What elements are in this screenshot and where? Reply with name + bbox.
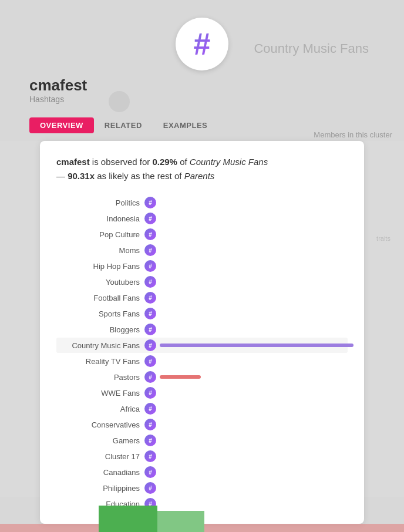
hash-badge[interactable]: # — [144, 482, 156, 494]
chart-row: WWE Fans # — [56, 385, 348, 400]
hash-badge[interactable]: # — [144, 260, 156, 272]
bottom-green-dark-bar — [99, 506, 157, 532]
chart-row: Bloggers # — [56, 322, 348, 337]
row-label: Cluster 17 — [56, 452, 144, 461]
chart-row: Reality TV Fans # — [56, 353, 348, 369]
header-area: # — [0, 0, 404, 135]
hash-icon: # — [194, 26, 211, 62]
pastors-bar — [160, 375, 201, 379]
bar-area — [160, 419, 348, 430]
hash-badge[interactable]: # — [144, 435, 156, 446]
bar-area-main — [160, 340, 354, 351]
chart-row: Moms # — [56, 243, 348, 258]
tab-related[interactable]: RELATED — [94, 117, 153, 133]
audience: Country Music Fans — [190, 157, 268, 167]
hash-badge[interactable]: # — [144, 197, 156, 208]
row-label: Conservatives — [56, 420, 144, 429]
chart-container: Politics # Indonesia # Pop Culture # Mom… — [56, 195, 348, 511]
bar-area-pastors — [160, 372, 348, 382]
hash-badge[interactable]: # — [144, 324, 156, 335]
chart-row-highlighted: Country Music Fans # — [56, 338, 348, 353]
chart-row: Youtubers # — [56, 274, 348, 289]
bar-area — [160, 356, 348, 366]
hash-badge[interactable]: # — [144, 371, 156, 383]
bar-area — [160, 261, 348, 271]
chart-row: Conservatives # — [56, 417, 348, 432]
chart-row: Pastors # — [56, 369, 348, 385]
app-title-background: Country Music Fans — [254, 41, 369, 56]
chart-row: Football Fans # — [56, 290, 348, 305]
main-card: cmafest is observed for 0.29% of Country… — [40, 141, 364, 524]
hash-badge[interactable]: # — [144, 213, 156, 224]
avatar — [109, 91, 130, 112]
chart-row: Indonesia # — [56, 211, 348, 226]
app-logo: # — [176, 18, 228, 70]
bar-area — [160, 403, 348, 414]
hash-badge[interactable]: # — [144, 228, 156, 240]
side-panel-left — [0, 141, 40, 497]
row-label: Moms — [56, 246, 144, 255]
multiplier: 90.31x — [68, 171, 95, 181]
hashtag-name: cmafest — [56, 157, 90, 167]
chart-row: Gamers # — [56, 433, 348, 448]
chart-row: Politics # — [56, 195, 348, 210]
desc-text1: is observed for — [90, 157, 153, 167]
bar-area — [160, 324, 348, 335]
right-side-panel-text: traits — [366, 235, 401, 242]
main-bar — [160, 344, 354, 347]
row-label: Pop Culture — [56, 230, 144, 239]
bottom-green-light-bar — [157, 511, 204, 532]
parent: Parents — [184, 171, 215, 181]
bar-area — [160, 229, 348, 240]
tabs-bar: OVERVIEW RELATED EXAMPLES — [29, 117, 218, 133]
row-label: Youtubers — [56, 278, 144, 287]
side-panel-right — [364, 141, 404, 497]
row-label: Indonesia — [56, 214, 144, 223]
tab-overview[interactable]: OVERVIEW — [29, 117, 94, 133]
hash-badge[interactable]: # — [144, 355, 156, 367]
row-label: Country Music Fans — [56, 341, 144, 350]
bar-area — [160, 277, 348, 287]
hash-badge[interactable]: # — [144, 466, 156, 478]
chart-row: Canadians # — [56, 464, 348, 480]
bar-area — [160, 435, 348, 446]
page-title: cmafest — [29, 76, 87, 95]
chart-row: Hip Hop Fans # — [56, 258, 348, 274]
bar-area — [160, 467, 348, 477]
row-label: Africa — [56, 405, 144, 413]
hash-badge[interactable]: # — [144, 339, 156, 351]
row-label: Gamers — [56, 436, 144, 445]
bar-area — [160, 197, 348, 208]
desc-text4: as likely as the rest of — [95, 171, 184, 181]
bar-area — [160, 451, 348, 462]
hash-badge[interactable]: # — [144, 403, 156, 415]
hash-badge[interactable]: # — [144, 276, 156, 288]
row-label: Canadians — [56, 468, 144, 477]
row-label: Philippines — [56, 484, 144, 493]
tab-examples[interactable]: EXAMPLES — [153, 117, 218, 133]
hash-badge[interactable]: # — [144, 292, 156, 304]
hash-badge[interactable]: # — [144, 419, 156, 430]
bar-area — [160, 245, 348, 255]
desc-text2: of — [177, 157, 190, 167]
row-label: WWE Fans — [56, 389, 144, 398]
page-header: cmafest Hashtags — [29, 76, 87, 104]
bar-area — [160, 213, 348, 224]
percentage: 0.29% — [152, 157, 177, 167]
bar-area — [160, 388, 348, 398]
hash-badge[interactable]: # — [144, 308, 156, 319]
chart-row: Africa # — [56, 401, 348, 416]
description: cmafest is observed for 0.29% of Country… — [56, 155, 348, 183]
hash-badge[interactable]: # — [144, 450, 156, 462]
desc-text3: — — [56, 171, 68, 181]
bar-area — [160, 292, 348, 303]
row-label: Bloggers — [56, 325, 144, 334]
row-label: Football Fans — [56, 294, 144, 302]
row-label: Pastors — [56, 373, 144, 382]
hash-badge[interactable]: # — [144, 244, 156, 256]
hash-badge[interactable]: # — [144, 387, 156, 399]
row-label: Hip Hop Fans — [56, 262, 144, 271]
row-label: Sports Fans — [56, 309, 144, 318]
members-label: Members in this cluster — [314, 130, 392, 139]
row-label: Politics — [56, 198, 144, 207]
